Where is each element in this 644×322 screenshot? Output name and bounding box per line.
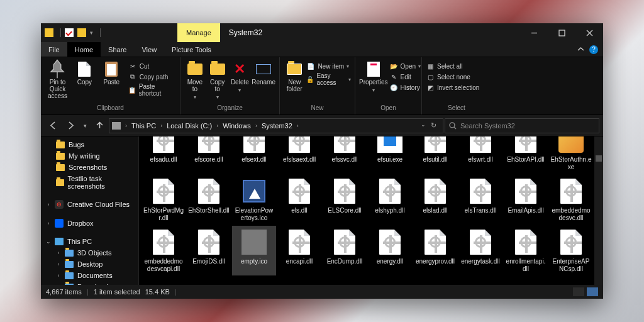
file-item[interactable]: EnterpriseAPNCsp.dll <box>549 226 593 275</box>
file-item[interactable]: empty.ico <box>232 226 276 275</box>
ribbon-group-select: ▦Select all ▢Select none ◩Invert selecti… <box>422 57 491 114</box>
file-pane[interactable]: efsadu.dllefscore.dllefsext.dllefslsaext… <box>139 136 603 285</box>
file-item[interactable]: ELSCore.dll <box>323 175 367 225</box>
file-item[interactable]: enrollmentapi.dll <box>504 226 548 275</box>
file-item[interactable]: efssvc.dll <box>323 136 367 174</box>
file-item[interactable]: ElevationPowertoys.ico <box>232 175 276 225</box>
minimize-button[interactable] <box>520 23 548 42</box>
forward-button[interactable] <box>62 118 79 134</box>
move-to-button[interactable]: Move to▾ <box>184 60 206 100</box>
thumbnails-view-button[interactable] <box>587 287 598 296</box>
pin-to-quick-access-button[interactable]: Pin to Quick access <box>45 60 70 99</box>
navigation-tree[interactable]: BugsMy writingScreenshotsTestlio task sc… <box>41 136 139 285</box>
cut-button[interactable]: ✂Cut <box>128 61 176 71</box>
maximize-button[interactable] <box>548 23 575 42</box>
file-item[interactable]: EncDump.dll <box>323 226 367 275</box>
open-button[interactable]: 📂Open ▾ <box>389 61 421 71</box>
file-item[interactable]: EhStorAuthn.exe <box>549 136 593 174</box>
tree-pc-item[interactable]: ›Desktop <box>41 258 138 270</box>
copy-to-button[interactable]: Copy to▾ <box>207 60 228 100</box>
file-item[interactable]: EhStorShell.dll <box>187 175 231 225</box>
tree-dropbox[interactable]: ›Dropbox <box>41 217 138 230</box>
file-item[interactable]: energy.dll <box>368 226 412 275</box>
file-item[interactable]: efswrt.dll <box>458 136 502 174</box>
tree-quick-item[interactable]: My writing <box>41 150 138 162</box>
tree-pc-item[interactable]: ›3D Objects <box>41 247 138 258</box>
easy-access-button[interactable]: 🔓Easy access ▾ <box>306 72 351 87</box>
select-none-button[interactable]: ▢Select none <box>426 72 479 82</box>
copy-path-button[interactable]: ⧉Copy path <box>128 72 176 82</box>
ribbon-group-new: New folder 📄New item ▾ 🔓Easy access ▾ Ne… <box>280 57 355 114</box>
tree-quick-item[interactable]: Screenshots <box>41 162 138 173</box>
crumb-system32[interactable]: System32 <box>262 122 292 130</box>
file-item[interactable]: energytask.dll <box>458 226 502 275</box>
file-item[interactable]: EmailApis.dll <box>504 175 548 225</box>
search-icon <box>449 122 457 130</box>
vertical-scrollbar[interactable] <box>594 136 603 285</box>
file-item[interactable]: embeddedmodesvcapi.dll <box>142 226 186 275</box>
tab-picture-tools[interactable]: Picture Tools <box>164 42 219 57</box>
properties-button[interactable]: Properties▾ <box>359 60 388 93</box>
scroll-thumb[interactable] <box>596 155 602 162</box>
copy-path-icon: ⧉ <box>128 72 137 81</box>
copy-button[interactable]: Copy <box>72 60 97 86</box>
tab-home[interactable]: Home <box>67 42 101 57</box>
tree-quick-item[interactable]: Testlio task screenshots <box>41 173 138 192</box>
file-item[interactable]: elshyph.dll <box>368 175 412 225</box>
contextual-tab-manage[interactable]: Manage <box>177 23 220 42</box>
crumb-windows[interactable]: Windows <box>223 122 251 130</box>
folder-move-icon <box>187 61 203 77</box>
new-item-button[interactable]: 📄New item ▾ <box>306 61 351 71</box>
recent-dropdown[interactable]: ▾ <box>80 118 90 134</box>
collapse-ribbon-icon[interactable] <box>577 46 584 53</box>
quick-save-icon[interactable] <box>65 28 74 37</box>
help-icon[interactable]: ? <box>589 45 598 54</box>
file-label: EhStorAPI.dll <box>507 156 544 164</box>
file-item[interactable]: efscore.dll <box>187 136 231 174</box>
tree-quick-item[interactable]: Bugs <box>41 139 138 150</box>
crumb-c-drive[interactable]: Local Disk (C:) <box>167 122 212 130</box>
tree-creative-cloud[interactable]: ›⊙Creative Cloud Files <box>41 198 138 211</box>
file-item[interactable]: embeddedmodesvc.dll <box>549 175 593 225</box>
new-folder-button[interactable]: New folder <box>284 60 305 92</box>
file-item[interactable]: encapi.dll <box>277 226 321 275</box>
history-button[interactable]: 🕘History <box>389 82 421 92</box>
crumb-this-pc[interactable]: This PC <box>131 122 156 130</box>
refresh-icon[interactable]: ↻ <box>431 121 436 130</box>
tab-view[interactable]: View <box>134 42 164 57</box>
select-all-button[interactable]: ▦Select all <box>426 61 479 71</box>
qat-dropdown-icon[interactable]: ▾ <box>90 30 93 36</box>
file-item[interactable]: efsui.exe <box>368 136 412 174</box>
up-button[interactable] <box>91 118 108 134</box>
file-item[interactable]: els.dll <box>277 175 321 225</box>
file-item[interactable]: EhStorAPI.dll <box>504 136 548 174</box>
address-bar[interactable]: › This PC› Local Disk (C:)› Windows› Sys… <box>109 118 443 133</box>
file-item[interactable]: efsext.dll <box>232 136 276 174</box>
select-none-icon: ▢ <box>426 72 435 81</box>
file-item[interactable]: elslad.dll <box>413 175 457 225</box>
file-item[interactable]: EhStorPwdMgr.dll <box>142 175 186 225</box>
file-item[interactable]: efsutil.dll <box>413 136 457 174</box>
paste-shortcut-button[interactable]: 📋Paste shortcut <box>128 82 176 97</box>
folder-icon <box>56 153 65 160</box>
file-item[interactable]: energyprov.dll <box>413 226 457 275</box>
address-dropdown-icon[interactable]: ⌄ <box>421 121 426 130</box>
file-item[interactable]: elsTrans.dll <box>458 175 502 225</box>
close-button[interactable] <box>575 23 603 42</box>
rename-button[interactable]: Rename <box>252 60 275 86</box>
search-input[interactable]: Search System32 <box>445 118 599 133</box>
back-button[interactable] <box>45 118 61 134</box>
file-item[interactable]: efsadu.dll <box>142 136 186 174</box>
tab-file[interactable]: File <box>41 42 67 57</box>
svg-rect-0 <box>559 30 565 36</box>
details-view-button[interactable] <box>573 287 584 296</box>
file-item[interactable]: EmojiDS.dll <box>187 226 231 275</box>
tab-share[interactable]: Share <box>101 42 134 57</box>
file-item[interactable]: efslsaext.dll <box>277 136 321 174</box>
tree-pc-item[interactable]: ›Documents <box>41 270 138 281</box>
invert-selection-button[interactable]: ◩Invert selection <box>426 82 479 92</box>
paste-button[interactable]: Paste <box>99 60 125 86</box>
delete-button[interactable]: ✕ Delete▾ <box>229 60 250 93</box>
edit-button[interactable]: ✎Edit <box>389 72 421 82</box>
tree-this-pc[interactable]: ⌄This PC <box>41 236 138 247</box>
